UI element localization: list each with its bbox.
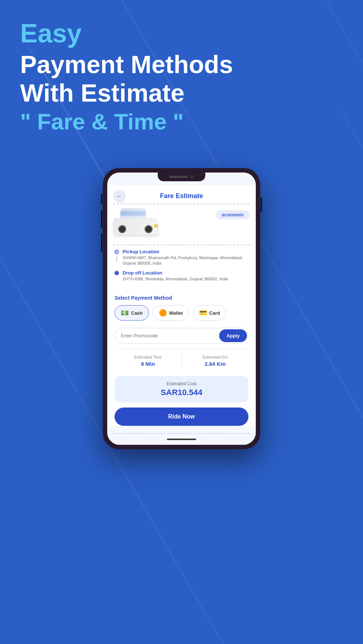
camera	[190, 175, 194, 179]
speaker	[169, 176, 188, 178]
mute-button	[101, 194, 102, 205]
dropoff-text: Drop off Location 2H7X+69M, Sherkotda, A…	[123, 270, 228, 282]
dropoff-icon-wrapper	[115, 270, 119, 275]
location-connector	[116, 255, 117, 262]
cash-label: Cash	[131, 310, 143, 316]
pickup-icon-wrapper	[115, 249, 119, 263]
app-title: Fare Estimate	[160, 192, 203, 200]
pickup-dot-icon	[115, 250, 119, 254]
back-arrow-icon: ←	[116, 193, 122, 200]
car-image	[113, 210, 164, 239]
volume-up-button	[101, 210, 102, 228]
status-bar	[107, 173, 256, 186]
estimated-cost-label: Estimated Cost	[122, 381, 241, 386]
pickup-label: Pickup Location	[123, 249, 248, 254]
estimate-row: Estimated Time 9 Min Estimated Km 2.64 K…	[107, 349, 256, 372]
dropoff-dot-icon	[115, 271, 119, 275]
phone-screen: ← Fare Estimate	[107, 173, 256, 445]
back-button[interactable]: ←	[113, 190, 126, 202]
promo-input-wrapper: Apply	[115, 328, 248, 344]
cash-payment-button[interactable]: 💵 Cash	[115, 305, 149, 321]
decor-line-4	[340, 109, 363, 300]
pickup-text: Pickup Location XHWW+M87, Bhairavnath Rd…	[123, 249, 248, 266]
quote-text: " Fare & Time "	[20, 107, 343, 137]
phone-notch	[158, 173, 205, 181]
ride-now-button[interactable]: Ride Now	[115, 408, 248, 426]
pickup-address: XHWW+M87, Bhairavnath Rd, Pushpkunj, Man…	[123, 255, 248, 266]
estimated-cost-value: SAR10.544	[122, 388, 241, 397]
car-headlight	[154, 224, 158, 227]
estimated-km-label: Estimated Km	[182, 355, 249, 359]
phone-device: ← Fare Estimate	[103, 168, 260, 449]
card-payment-button[interactable]: 💳 Card	[193, 305, 227, 321]
estimated-time-item: Estimated Time 9 Min	[115, 355, 182, 367]
card-icon: 💳	[199, 309, 207, 317]
header-section: Easy Payment Methods With Estimate " Far…	[20, 20, 343, 137]
heading-line2: With Estimate	[20, 79, 184, 107]
car-wheel-left	[118, 225, 126, 233]
estimated-km-item: Estimated Km 2.64 Km	[182, 355, 249, 367]
app-screen: ← Fare Estimate	[107, 186, 256, 426]
estimated-time-label: Estimated Time	[115, 355, 182, 359]
wallet-label: Wallet	[169, 310, 183, 316]
economic-badge: economic	[216, 210, 250, 219]
phone-bottom-bar	[107, 434, 256, 445]
dropoff-location-item: Drop off Location 2H7X+69M, Sherkotda, A…	[115, 270, 248, 282]
payment-section: Select Payment Method 💵 Cash 🟠 Wallet 💳	[107, 291, 256, 324]
car-stripe	[120, 211, 146, 216]
car-body	[113, 218, 157, 235]
volume-down-button	[101, 233, 102, 251]
home-indicator	[167, 439, 196, 440]
location-section: Pickup Location XHWW+M87, Bhairavnath Rd…	[107, 245, 256, 291]
wallet-payment-button[interactable]: 🟠 Wallet	[153, 305, 189, 321]
dropoff-label: Drop off Location	[123, 270, 228, 276]
phone-outer-shell: ← Fare Estimate	[103, 168, 260, 449]
promo-input[interactable]	[115, 329, 218, 342]
estimated-cost-box: Estimated Cost SAR10.544	[115, 376, 248, 402]
card-label: Card	[209, 310, 220, 316]
dropoff-address: 2H7X+69M, Sherkotda, Ahmedabad, Gujarat …	[123, 276, 228, 282]
payment-options: 💵 Cash 🟠 Wallet 💳 Card	[115, 305, 248, 321]
wallet-icon: 🟠	[159, 309, 167, 317]
car-section: economic	[113, 204, 250, 245]
cash-icon: 💵	[121, 309, 129, 317]
estimated-time-value: 9 Min	[115, 361, 182, 367]
heading-line1: Payment Methods	[20, 50, 233, 78]
car-wheel-right	[145, 225, 153, 233]
power-button	[261, 197, 262, 212]
apply-button[interactable]: Apply	[219, 329, 247, 342]
main-heading: Payment Methods With Estimate	[20, 50, 343, 107]
promo-section: Apply	[107, 324, 256, 349]
estimated-km-value: 2.64 Km	[182, 361, 249, 367]
app-topbar: ← Fare Estimate	[107, 186, 256, 204]
payment-section-title: Select Payment Method	[115, 295, 248, 301]
pickup-location-item: Pickup Location XHWW+M87, Bhairavnath Rd…	[115, 249, 248, 266]
easy-label: Easy	[20, 20, 343, 46]
